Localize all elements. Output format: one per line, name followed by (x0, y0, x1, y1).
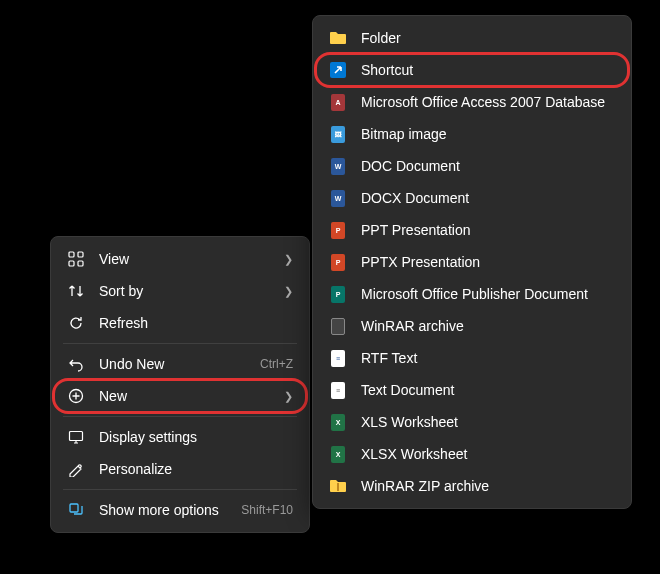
excel-icon: X (329, 413, 347, 431)
menu-label: Undo New (99, 356, 260, 372)
svg-rect-6 (70, 504, 78, 512)
powerpoint-icon: P (329, 221, 347, 239)
more-options-icon (67, 501, 85, 519)
menu-label: New (99, 388, 284, 404)
menu-item-view[interactable]: View ❯ (55, 243, 305, 275)
menu-label: Show more options (99, 502, 241, 518)
menu-shortcut: Ctrl+Z (260, 357, 293, 371)
new-icon (67, 387, 85, 405)
menu-label: PPTX Presentation (361, 254, 615, 270)
submenu-item-winrar[interactable]: WinRAR archive (317, 310, 627, 342)
folder-icon (329, 29, 347, 47)
svg-rect-3 (78, 261, 83, 266)
menu-label: Display settings (99, 429, 293, 445)
excel-icon: X (329, 445, 347, 463)
svg-rect-0 (69, 252, 74, 257)
menu-label: XLS Worksheet (361, 414, 615, 430)
rtf-icon: ≡ (329, 349, 347, 367)
menu-label: Folder (361, 30, 615, 46)
submenu-item-txt[interactable]: ≡ Text Document (317, 374, 627, 406)
menu-label: DOC Document (361, 158, 615, 174)
menu-label: Text Document (361, 382, 615, 398)
menu-label: View (99, 251, 284, 267)
view-icon (67, 250, 85, 268)
menu-label: DOCX Document (361, 190, 615, 206)
shortcut-icon (329, 61, 347, 79)
winrar-icon (329, 317, 347, 335)
menu-label: Microsoft Office Access 2007 Database (361, 94, 615, 110)
submenu-item-xlsx[interactable]: X XLSX Worksheet (317, 438, 627, 470)
menu-label: Personalize (99, 461, 293, 477)
menu-item-more[interactable]: Show more options Shift+F10 (55, 494, 305, 526)
menu-label: XLSX Worksheet (361, 446, 615, 462)
menu-label: WinRAR archive (361, 318, 615, 334)
publisher-icon: P (329, 285, 347, 303)
chevron-right-icon: ❯ (284, 390, 293, 403)
display-icon (67, 428, 85, 446)
submenu-item-publisher[interactable]: P Microsoft Office Publisher Document (317, 278, 627, 310)
undo-icon (67, 355, 85, 373)
menu-label: Refresh (99, 315, 293, 331)
menu-divider (63, 416, 297, 417)
sort-icon (67, 282, 85, 300)
word-icon: W (329, 157, 347, 175)
word-icon: W (329, 189, 347, 207)
context-menu: View ❯ Sort by ❯ Refresh Undo New Ctrl+Z… (50, 236, 310, 533)
svg-rect-1 (78, 252, 83, 257)
access-icon: A (329, 93, 347, 111)
personalize-icon (67, 460, 85, 478)
new-submenu: Folder Shortcut A Microsoft Office Acces… (312, 15, 632, 509)
bitmap-icon: 🖼 (329, 125, 347, 143)
menu-item-personalize[interactable]: Personalize (55, 453, 305, 485)
submenu-item-pptx[interactable]: P PPTX Presentation (317, 246, 627, 278)
menu-label: WinRAR ZIP archive (361, 478, 615, 494)
svg-rect-8 (337, 483, 339, 491)
submenu-item-bitmap[interactable]: 🖼 Bitmap image (317, 118, 627, 150)
menu-item-display[interactable]: Display settings (55, 421, 305, 453)
menu-label: Microsoft Office Publisher Document (361, 286, 615, 302)
powerpoint-icon: P (329, 253, 347, 271)
menu-shortcut: Shift+F10 (241, 503, 293, 517)
submenu-item-access[interactable]: A Microsoft Office Access 2007 Database (317, 86, 627, 118)
menu-item-sortby[interactable]: Sort by ❯ (55, 275, 305, 307)
submenu-item-zip[interactable]: WinRAR ZIP archive (317, 470, 627, 502)
submenu-item-folder[interactable]: Folder (317, 22, 627, 54)
menu-item-undo[interactable]: Undo New Ctrl+Z (55, 348, 305, 380)
menu-label: Shortcut (361, 62, 615, 78)
menu-label: Bitmap image (361, 126, 615, 142)
svg-rect-2 (69, 261, 74, 266)
text-icon: ≡ (329, 381, 347, 399)
menu-label: Sort by (99, 283, 284, 299)
menu-divider (63, 343, 297, 344)
menu-label: RTF Text (361, 350, 615, 366)
refresh-icon (67, 314, 85, 332)
submenu-item-doc[interactable]: W DOC Document (317, 150, 627, 182)
zip-icon (329, 477, 347, 495)
chevron-right-icon: ❯ (284, 253, 293, 266)
submenu-item-ppt[interactable]: P PPT Presentation (317, 214, 627, 246)
submenu-item-shortcut[interactable]: Shortcut (317, 54, 627, 86)
menu-item-new[interactable]: New ❯ (55, 380, 305, 412)
submenu-item-rtf[interactable]: ≡ RTF Text (317, 342, 627, 374)
svg-rect-5 (70, 432, 83, 441)
submenu-item-docx[interactable]: W DOCX Document (317, 182, 627, 214)
menu-divider (63, 489, 297, 490)
menu-label: PPT Presentation (361, 222, 615, 238)
menu-item-refresh[interactable]: Refresh (55, 307, 305, 339)
chevron-right-icon: ❯ (284, 285, 293, 298)
submenu-item-xls[interactable]: X XLS Worksheet (317, 406, 627, 438)
